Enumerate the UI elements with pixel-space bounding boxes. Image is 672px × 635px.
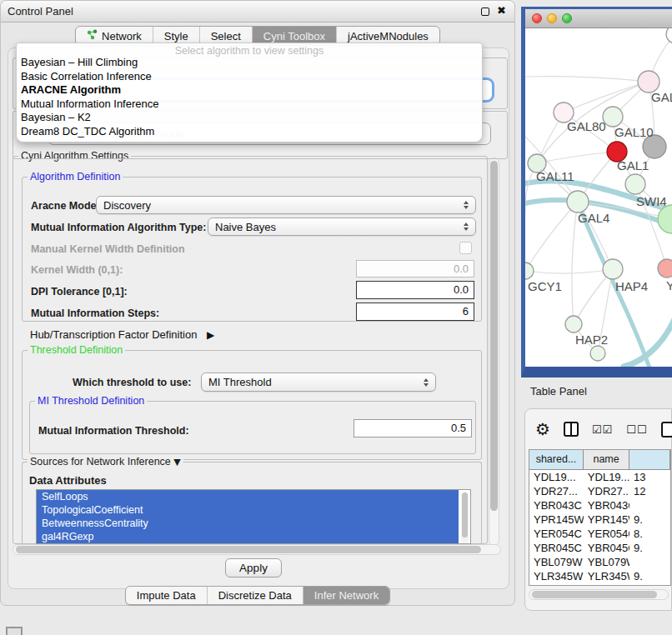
tab-label: Network <box>102 30 142 42</box>
close-icon[interactable]: ✖ <box>497 4 506 17</box>
tab-label: Discretize Data <box>218 589 292 602</box>
data-attributes-list: SelfLoopsTopologicalCoefficientBetweenne… <box>36 489 471 544</box>
close-traffic-light-icon[interactable] <box>532 13 542 23</box>
table-row[interactable]: YER054CYER054C8. <box>529 527 670 541</box>
network-window: GALGAL80GAL10GAL1GAL11SWI4GAL4GCY1HAP4YH… <box>521 7 672 378</box>
algorithm-option-aracne-algorithm[interactable]: ARACNE Algorithm <box>17 83 482 98</box>
table-cell: YIL052C <box>584 584 629 586</box>
collapsed-panel-icon[interactable] <box>6 627 23 635</box>
mi-algorithm-type-label: Mutual Information Algorithm Type: <box>31 222 206 233</box>
algorithm-option-basic-correlation-inference[interactable]: Basic Correlation Inference <box>17 70 482 84</box>
attribute-item-betweennesscentrality[interactable]: BetweennessCentrality <box>37 517 459 530</box>
table-cell: YBL079W <box>529 556 584 568</box>
node[interactable] <box>666 28 672 43</box>
bottom-tabbar: Impute DataDiscretize DataInfer Network <box>1 586 514 605</box>
network-edge <box>525 202 578 271</box>
mi-threshold-definition-title: MI Threshold Definition <box>35 395 147 407</box>
node-label-gcy1: GCY1 <box>528 279 562 293</box>
algorithm-option-dream8-dc-tdc-algorithm[interactable]: Dream8 DC_TDC Algorithm <box>17 125 482 139</box>
table-row[interactable]: YIL052CYIL052C9. <box>529 583 670 586</box>
algorithm-option-bayesian-k2[interactable]: Bayesian – K2 <box>17 111 482 125</box>
table-row[interactable]: YLR345WYLR345W9. <box>529 569 670 583</box>
hub-definition-expander[interactable]: Hub/Transcription Factor Definition ▶ <box>30 328 214 341</box>
which-threshold-value: MI Threshold <box>208 376 419 388</box>
zoom-traffic-light-icon[interactable] <box>562 13 572 23</box>
mi-algorithm-type-combo[interactable]: Naive Bayes <box>208 218 476 236</box>
tab-impute-data[interactable]: Impute Data <box>126 587 207 604</box>
table-row[interactable]: YBR045CYBR045C9. <box>529 541 670 555</box>
control-panel-window: Control Panel ✖ NetworkStyleSelectCyni T… <box>0 0 515 606</box>
unchecked-boxes-icon[interactable]: ☐☐ <box>626 423 647 436</box>
dpi-tolerance-field[interactable]: 0.0 <box>356 281 474 299</box>
table-cell: YDL19... <box>529 471 584 483</box>
algorithm-option-list: Bayesian – Hill ClimbingBasic Correlatio… <box>17 56 482 138</box>
algorithm-option-bayesian-hill-climbing[interactable]: Bayesian – Hill Climbing <box>17 56 482 70</box>
node[interactable] <box>590 346 605 361</box>
attribute-item-gal4rgexp[interactable]: gal4RGexp <box>37 530 459 543</box>
node-y[interactable] <box>658 259 672 278</box>
minimize-traffic-light-icon[interactable] <box>547 13 557 23</box>
sources-title-text: Sources for Network Inference <box>30 456 171 468</box>
mi-algorithm-type-value: Naive Bayes <box>215 221 459 233</box>
mi-threshold-field[interactable]: 0.5 <box>354 419 472 438</box>
node-label-gal80: GAL80 <box>567 119 606 133</box>
split-columns-icon[interactable] <box>564 422 579 437</box>
aracne-mode-combo[interactable]: Discovery <box>96 196 476 214</box>
table-row[interactable]: YPR145WYPR145W9. <box>529 512 670 527</box>
mi-threshold-label: Mutual Information Threshold: <box>38 425 189 437</box>
float-window-icon[interactable] <box>481 8 489 16</box>
node-hap4[interactable] <box>603 259 623 279</box>
stepper-arrows-icon <box>464 201 469 209</box>
table-cell: 9. <box>629 584 670 586</box>
stepper-arrows-icon <box>464 222 469 231</box>
expanded-arrow-icon[interactable]: ▼ <box>173 457 180 468</box>
tab-label: Select <box>211 30 241 42</box>
table-row[interactable]: YDL19...YDL19...13 <box>529 470 670 484</box>
network-canvas[interactable]: GALGAL80GAL10GAL1GAL11SWI4GAL4GCY1HAP4YH… <box>525 28 672 367</box>
table-cell: 9. <box>629 570 670 582</box>
table-cell: YPR145W <box>529 513 584 526</box>
tab-discretize-data[interactable]: Discretize Data <box>207 587 303 604</box>
attributes-scrollbar[interactable] <box>461 492 469 543</box>
algorithm-definition-groupbox: Algorithm Definition Aracne Mode: Discov… <box>22 177 482 322</box>
node-label-gal: GAL <box>651 90 672 104</box>
table-horizontal-scrollbar[interactable] <box>529 589 669 600</box>
which-threshold-combo[interactable]: MI Threshold <box>201 372 436 392</box>
settings-vertical-scrollbar[interactable] <box>489 158 499 546</box>
apply-button[interactable]: Apply <box>225 558 282 578</box>
node-gcy1[interactable] <box>525 262 534 279</box>
collapsed-arrow-icon: ▶ <box>207 329 214 341</box>
table-cell: 8. <box>629 528 670 540</box>
network-edge <box>525 269 613 273</box>
mi-steps-field[interactable]: 6 <box>356 302 474 321</box>
settings-horizontal-scrollbar[interactable] <box>13 544 501 555</box>
checked-boxes-icon[interactable]: ☑☑ <box>592 423 613 436</box>
network-edge <box>572 202 578 324</box>
tab-infer-network[interactable]: Infer Network <box>303 587 389 604</box>
table-row[interactable]: YDR27...YDR27...12 <box>529 484 670 498</box>
attribute-item-topologicalcoefficient[interactable]: TopologicalCoefficient <box>37 503 459 517</box>
sources-title: Sources for Network Inference ▼ <box>28 456 183 468</box>
table-cell: YDR27... <box>529 485 584 498</box>
table-row[interactable]: YBR043CYBR043C <box>529 498 670 512</box>
column-header-col2[interactable] <box>629 450 670 470</box>
table-row[interactable]: YBL079WYBL079W <box>529 555 670 569</box>
cyni-algorithm-settings-groupbox: Cyni Algorithm Settings Algorithm Defini… <box>13 156 488 544</box>
column-header-shared[interactable]: shared... <box>529 450 584 470</box>
node-hap2[interactable] <box>565 316 582 332</box>
table-panel-window: ⚙ ☑☑ ☐☐ shared...name YDL19...YDL19...13… <box>524 408 672 611</box>
network-titlebar[interactable] <box>525 9 672 28</box>
table-cell: 13 <box>629 471 670 483</box>
attribute-item-selfloops[interactable]: SelfLoops <box>37 490 459 503</box>
node-swi4[interactable] <box>625 174 645 194</box>
document-icon[interactable] <box>661 422 672 438</box>
column-header-name[interactable]: name <box>584 450 629 470</box>
node-gal4[interactable] <box>567 191 589 212</box>
kernel-width-field[interactable]: 0.0 <box>356 260 474 278</box>
table-cell: YLR345W <box>529 570 584 582</box>
tab-label: Style <box>164 30 188 42</box>
algorithm-option-mutual-information-inference[interactable]: Mutual Information Inference <box>17 98 482 112</box>
manual-kernel-width-checkbox[interactable] <box>459 242 472 254</box>
node-label-hap4: HAP4 <box>615 279 648 293</box>
gear-icon[interactable]: ⚙ <box>535 420 550 438</box>
